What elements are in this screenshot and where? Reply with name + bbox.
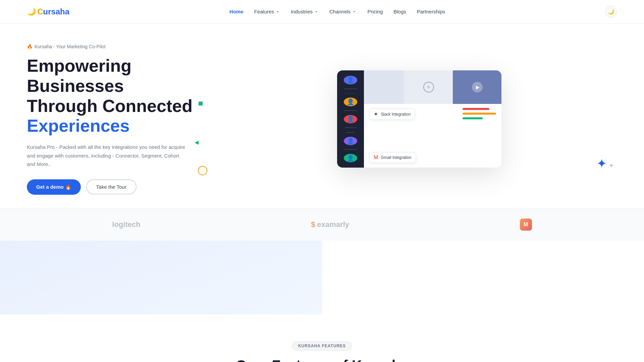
moon-icon: 🌙: [608, 8, 614, 15]
lower-right-bg: [322, 241, 644, 314]
avatar-2: 👤: [344, 98, 357, 106]
partner-examarly: $examarly: [311, 220, 349, 229]
take-tour-button[interactable]: Take the Tour: [86, 179, 137, 194]
slack-integration: ✦ Slack Integration: [369, 109, 415, 120]
mockup-sidebar: 👤 👤 👤 👤 👤: [337, 70, 364, 168]
badge-icon: 🔥: [27, 44, 33, 49]
mailmodo-icon: M: [520, 219, 532, 231]
avatar-3: 👤: [344, 115, 357, 123]
deco-diamond-br: ✦: [596, 156, 607, 171]
dark-mode-toggle[interactable]: 🌙: [605, 6, 617, 18]
mockup-play-cell: ▶: [453, 70, 501, 104]
features-badge: KURSAHA FEATURES: [292, 341, 352, 351]
play-icon: ▶: [472, 82, 483, 93]
mockup-bottom: ✦ Slack Integration M Gmail Integration: [364, 104, 501, 168]
plus-icon: +: [423, 82, 434, 93]
badge-text: Kursaha - Your Marketing Co-Pilot: [35, 44, 106, 49]
avatar-5: 👤: [344, 154, 357, 162]
progress-bar-green: [463, 117, 483, 119]
lower-left-bg: [0, 241, 322, 314]
partner-logitech: logitech: [112, 220, 140, 229]
hero-title: Empowering Businesses Through Connected …: [27, 56, 201, 136]
navbar: 🌙 Cursaha Home Features Industries Chann…: [0, 0, 644, 23]
slack-icon: ✦: [374, 111, 378, 117]
nav-partnerships[interactable]: Partnerships: [417, 9, 445, 14]
nav-industries[interactable]: Industries: [291, 9, 319, 14]
progress-bar-red: [463, 108, 489, 110]
get-demo-button[interactable]: Get a demo 🔥: [27, 179, 81, 195]
nav-links: Home Features Industries Channels Pricin…: [229, 9, 445, 14]
mockup-add-cell: +: [404, 70, 453, 104]
features-title: Core Features of Kursaha: [236, 357, 408, 362]
hero-badge: 🔥 Kursaha - Your Marketing Co-Pilot: [27, 44, 106, 49]
hero-buttons: Get a demo 🔥 Take the Tour: [27, 179, 201, 195]
lower-section: [0, 241, 644, 314]
deco-diamond-br-small: ✦: [609, 162, 614, 169]
features-section: KURSAHA FEATURES Core Features of Kursah…: [0, 314, 644, 362]
nav-pricing[interactable]: Pricing: [367, 9, 383, 14]
logo-text: Cursaha: [37, 7, 69, 16]
nav-home[interactable]: Home: [229, 9, 244, 14]
logo[interactable]: 🌙 Cursaha: [27, 7, 69, 16]
nav-channels[interactable]: Channels: [329, 9, 357, 14]
logo-icon: 🌙: [27, 7, 36, 16]
progress-bar-yellow: [463, 113, 496, 115]
mockup-content: + ▶ ✦ Slack Integration M Gmail Int: [364, 70, 501, 168]
partner-mailmodo: M: [520, 219, 532, 231]
nav-blogs[interactable]: Blogs: [393, 9, 406, 14]
avatar-1: 👤: [344, 76, 357, 84]
nav-features[interactable]: Features: [254, 9, 280, 14]
avatar-4: 👤: [344, 137, 357, 145]
hero-content: 🔥 Kursaha - Your Marketing Co-Pilot Empo…: [27, 44, 201, 195]
hero-section: 🔥 Kursaha - Your Marketing Co-Pilot Empo…: [0, 23, 644, 208]
gmail-icon: M: [374, 155, 378, 161]
hero-mockup: 👤 👤 👤 👤 👤 +: [208, 70, 617, 168]
nav-right: 🌙: [605, 6, 617, 18]
mockup-card: 👤 👤 👤 👤 👤 +: [337, 70, 501, 168]
gmail-integration: M Gmail Integration: [369, 152, 416, 163]
mockup-top: + ▶: [364, 70, 501, 104]
partners-strip: logitech $examarly M: [0, 208, 644, 241]
hero-description: Kursaha Pro - Packed with all the key in…: [27, 143, 188, 169]
progress-bars: [463, 108, 496, 119]
